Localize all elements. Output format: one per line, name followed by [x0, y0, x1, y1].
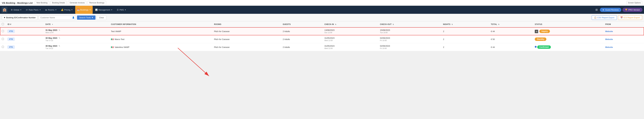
- ics-export-button[interactable]: 📅 ICS Report Export: [618, 15, 642, 20]
- filter-right: 📋 CSV Report Export 📅 ICS Report Export: [592, 15, 642, 20]
- nav-item-pms[interactable]: ☰ PMS ▼: [115, 6, 128, 14]
- col-select-all[interactable]: [0, 22, 6, 27]
- country-flag: 🇮🇹: [111, 38, 114, 40]
- row-rooms-cell: Pitch for Caravan: [212, 35, 281, 43]
- rate-plans-icon: 🏷: [26, 9, 28, 11]
- sort-icon: ⇅: [392, 24, 394, 25]
- screen-options-button[interactable]: Screen Options: [626, 1, 642, 5]
- row-checkbox[interactable]: [2, 38, 4, 40]
- dot-icon: [535, 46, 536, 48]
- nav-logo: 🏨: [2, 7, 8, 13]
- booking-details-button[interactable]: Booking Details: [50, 1, 67, 5]
- col-total-header[interactable]: TOTAL ⇅: [489, 22, 533, 27]
- row-total-cell: € 44: [489, 43, 533, 51]
- customer-name: Test VikWP: [111, 30, 121, 33]
- search-tools-button[interactable]: Search Tools ▼: [77, 16, 96, 20]
- room-name: Pitch for Caravan: [214, 38, 230, 40]
- row-checkbox[interactable]: [2, 30, 4, 32]
- total-amount: € 44: [491, 30, 495, 33]
- clear-button[interactable]: Clear: [97, 15, 106, 20]
- row-checkbox-cell[interactable]: [0, 35, 6, 43]
- edit-icon[interactable]: ✎: [59, 29, 60, 31]
- country-flag: 🇮🇹: [111, 46, 114, 48]
- status-badge[interactable]: Standby: [535, 38, 546, 41]
- edit-icon[interactable]: ✎: [59, 37, 60, 39]
- row-checkin-cell: 31/05/2023 Wed 12:00: [322, 43, 378, 51]
- row-checkbox-cell[interactable]: [0, 43, 6, 51]
- col-date-header[interactable]: DATE ▼: [44, 22, 109, 27]
- row-checkbox[interactable]: [2, 46, 4, 48]
- col-nights-header[interactable]: NIGHTS ⇅: [441, 22, 489, 27]
- col-guests-header: GUESTS: [281, 22, 322, 27]
- checkout-time: Fri 10:00: [380, 40, 387, 41]
- status-badge[interactable]: Confirmed: [537, 45, 551, 49]
- trophy-icon: 🏆: [625, 9, 628, 11]
- guests-count: 2 Adults: [283, 46, 290, 48]
- booking-id-badge[interactable]: 4753: [8, 30, 14, 33]
- table-row: 4753 31 May 2023 ✎ Wed 13:47 Test VikWP …: [0, 27, 644, 35]
- nights-count: 2: [443, 38, 444, 40]
- csv-export-button[interactable]: 📋 CSV Report Export: [592, 15, 617, 20]
- booking-id-badge[interactable]: 4751: [8, 46, 14, 49]
- sort-icon: ⇅: [335, 24, 336, 25]
- nav-item-rate-plans[interactable]: 🏷 Rate Plans ▼: [24, 6, 43, 14]
- row-customer-cell: 🇮🇹 Marco Test: [109, 35, 212, 43]
- date-main: 31 May 2023: [46, 29, 57, 31]
- row-guests-cell: 2 Adults: [281, 27, 322, 35]
- booking-id-badge[interactable]: 4752: [8, 38, 14, 41]
- filter-caret-icon: ▼: [4, 17, 6, 19]
- col-checkout-header[interactable]: CHECK-OUT ⇅: [378, 22, 441, 27]
- nav-item-bookings[interactable]: 📅 Bookings ▼: [75, 6, 93, 14]
- nights-count: 2: [443, 46, 444, 48]
- row-date-cell: 31 May 2023 ✎ Wed 13:47: [44, 27, 109, 35]
- row-checkin-cell: 31/05/2023 Wed 12:00: [322, 35, 378, 43]
- col-id-header: ID #: [6, 22, 44, 27]
- row-checkout-cell: 15/08/2023 Tue 10:00: [378, 27, 441, 35]
- guest-reviews-button[interactable]: ★ Guest Reviews: [600, 8, 621, 12]
- sort-desc-icon: ▼: [52, 24, 53, 25]
- customer-name-input[interactable]: [39, 15, 76, 20]
- new-booking-button[interactable]: New Booking: [35, 1, 49, 5]
- select-all-checkbox[interactable]: [2, 23, 4, 25]
- generate-invoices-button[interactable]: Generate Invoices: [68, 1, 86, 5]
- checkin-time: Wed 12:00: [324, 47, 333, 49]
- edit-icon[interactable]: ✎: [59, 45, 60, 47]
- row-nights-cell: 2: [441, 35, 489, 43]
- row-rooms-cell: Pitch for Caravan: [212, 43, 281, 51]
- col-status-header: STATUS: [533, 22, 603, 27]
- person-icon: 👤: [72, 17, 74, 19]
- from-source[interactable]: Website: [605, 46, 613, 48]
- remove-bookings-button[interactable]: Remove Bookings: [88, 1, 106, 5]
- caret-down-icon: ▼: [92, 17, 94, 19]
- caret-icon: ▼: [39, 9, 41, 11]
- nav-item-global[interactable]: ⚙ Global ▼: [9, 6, 23, 14]
- nav-item-rooms[interactable]: 🛏 Rooms ▼: [43, 6, 58, 14]
- pro-version-button[interactable]: 🏆 PRO Version: [622, 8, 642, 12]
- row-from-cell: Website: [603, 35, 644, 43]
- from-source[interactable]: Website: [605, 30, 613, 33]
- col-from-header: FROM: [603, 22, 644, 27]
- from-source[interactable]: Website: [605, 38, 613, 40]
- pricing-icon: 💰: [61, 9, 64, 11]
- table-icon: 📋: [594, 17, 596, 19]
- customer-name: Marco Test: [115, 38, 124, 40]
- page-title: Vik Booking - Bookings List: [2, 2, 33, 4]
- nav-right: ⊞ ★ Guest Reviews 🏆 PRO Version: [594, 7, 642, 12]
- filter-dropdown[interactable]: ▼ Booking ID/Confirmation Number: [2, 15, 38, 20]
- date-main: 30 May 2023: [46, 37, 57, 39]
- sort-icon: ⇅: [452, 24, 453, 25]
- status-badge[interactable]: Inquiry: [540, 30, 550, 33]
- doc-icon[interactable]: ▤: [535, 30, 538, 33]
- row-customer-cell: Test VikWP: [109, 27, 212, 35]
- row-checkbox-cell[interactable]: [0, 27, 6, 35]
- nav-item-pricing[interactable]: 💰 Pricing ▼: [59, 6, 74, 14]
- nav-item-management[interactable]: 📊 Management ▼: [93, 6, 114, 14]
- room-name: Pitch for Caravan: [214, 30, 230, 33]
- row-id-cell: 4751: [6, 43, 44, 51]
- bookings-table: ID # DATE ▼ CUSTOMER INFORMATION ROOMS G…: [0, 22, 644, 51]
- col-checkin-header[interactable]: CHECK-IN ⇅: [322, 22, 378, 27]
- table-row: 4752 30 May 2023 ✎ Tue 17:22 🇮🇹 Marco Te…: [0, 35, 644, 43]
- row-status-cell: Confirmed: [533, 43, 603, 51]
- grid-view-icon[interactable]: ⊞: [594, 7, 599, 12]
- col-rooms-header: ROOMS: [212, 22, 281, 27]
